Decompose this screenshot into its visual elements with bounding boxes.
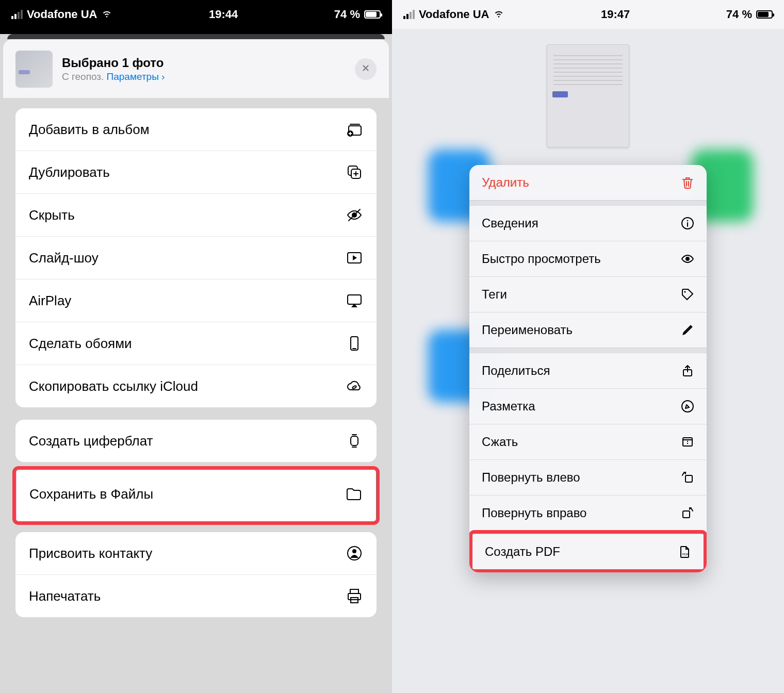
action-hide[interactable]: Скрыть xyxy=(15,193,377,236)
action-save-to-files[interactable]: Сохранить в Файлы xyxy=(16,470,376,521)
action-label: AirPlay xyxy=(29,293,71,309)
airplay-icon xyxy=(346,292,363,309)
hide-icon xyxy=(346,206,363,224)
document-preview[interactable] xyxy=(547,44,629,147)
menu-label: Переименовать xyxy=(482,323,573,337)
menu-label: Удалить xyxy=(482,175,529,190)
menu-label: Создать PDF xyxy=(485,544,560,559)
rotate-left-icon xyxy=(681,471,694,484)
menu-compress[interactable]: Сжать xyxy=(469,424,707,459)
svg-point-18 xyxy=(684,291,685,292)
battery-percent: 74 % xyxy=(726,8,752,21)
carrier-label: Vodafone UA xyxy=(27,8,97,21)
svg-point-17 xyxy=(685,257,690,261)
icloud-link-icon xyxy=(346,377,363,395)
share-actions-group-2: Создать циферблат xyxy=(15,420,377,462)
photo-thumbnail[interactable] xyxy=(15,51,53,88)
menu-label: Сведения xyxy=(482,216,538,230)
action-label: Дублировать xyxy=(29,164,110,180)
action-label: Добавить в альбом xyxy=(29,122,150,138)
trash-icon xyxy=(681,176,694,189)
menu-markup[interactable]: Разметка xyxy=(469,388,707,424)
info-icon xyxy=(681,217,694,230)
menu-label: Поделиться xyxy=(482,364,550,378)
compress-icon xyxy=(681,435,694,449)
close-icon xyxy=(361,63,370,75)
menu-label: Повернуть влево xyxy=(482,470,580,485)
svg-point-11 xyxy=(352,549,356,553)
menu-share[interactable]: Поделиться xyxy=(469,353,707,388)
menu-create-pdf[interactable]: Создать PDF PDF xyxy=(472,534,704,569)
action-label: Скопировать ссылку iCloud xyxy=(29,378,198,394)
share-icon xyxy=(681,364,694,377)
svg-rect-9 xyxy=(351,436,358,446)
watchface-icon xyxy=(346,432,363,450)
duplicate-icon xyxy=(346,163,363,181)
slideshow-icon xyxy=(346,249,363,267)
print-icon xyxy=(346,587,363,605)
status-bar: Vodafone UA 19:47 74 % xyxy=(392,0,784,29)
menu-label: Разметка xyxy=(482,399,535,414)
highlighted-action: Сохранить в Файлы xyxy=(12,466,380,525)
rename-icon xyxy=(681,323,694,337)
wifi-icon xyxy=(101,7,112,22)
action-copy-icloud-link[interactable]: Скопировать ссылку iCloud xyxy=(15,365,377,407)
menu-tags[interactable]: Теги xyxy=(469,276,707,312)
battery-icon xyxy=(756,10,773,19)
menu-label: Быстро просмотреть xyxy=(482,252,601,266)
menu-delete[interactable]: Удалить xyxy=(469,165,707,200)
action-add-to-album[interactable]: Добавить в альбом xyxy=(15,108,377,151)
share-actions-group-1: Добавить в альбом Дублировать Скрыть Сла… xyxy=(15,108,377,407)
markup-icon xyxy=(681,400,694,413)
contact-icon xyxy=(346,544,363,562)
menu-quicklook[interactable]: Быстро просмотреть xyxy=(469,241,707,276)
menu-info[interactable]: Сведения xyxy=(469,205,707,241)
svg-text:PDF: PDF xyxy=(682,553,689,556)
action-assign-contact[interactable]: Присвоить контакту xyxy=(15,532,377,574)
wallpaper-icon xyxy=(346,335,363,352)
share-subtitle: С геопоз. xyxy=(62,71,107,82)
battery-icon xyxy=(364,10,381,19)
signal-icon xyxy=(403,10,415,19)
menu-label: Сжать xyxy=(482,435,518,449)
svg-rect-12 xyxy=(350,589,358,593)
action-label: Сделать обоями xyxy=(29,336,132,352)
battery-percent: 74 % xyxy=(334,8,360,21)
carrier-label: Vodafone UA xyxy=(419,8,489,21)
action-slideshow[interactable]: Слайд-шоу xyxy=(15,236,377,279)
menu-rotate-right[interactable]: Повернуть вправо xyxy=(469,495,707,531)
signal-icon xyxy=(11,10,23,19)
action-print[interactable]: Напечатать xyxy=(15,574,377,617)
share-title: Выбрано 1 фото xyxy=(62,56,346,70)
svg-rect-13 xyxy=(348,593,361,600)
action-label: Напечатать xyxy=(29,588,101,604)
rotate-right-icon xyxy=(681,506,694,520)
menu-label: Повернуть вправо xyxy=(482,506,586,520)
wifi-icon xyxy=(493,7,504,22)
highlighted-menu-item: Создать PDF PDF xyxy=(469,530,707,572)
folder-icon xyxy=(345,485,363,503)
svg-rect-22 xyxy=(685,475,692,482)
action-duplicate[interactable]: Дублировать xyxy=(15,151,377,193)
action-label: Сохранить в Файлы xyxy=(29,486,153,502)
svg-rect-6 xyxy=(348,295,361,304)
share-options-link[interactable]: Параметры › xyxy=(107,71,165,82)
action-airplay[interactable]: AirPlay xyxy=(15,279,377,322)
close-button[interactable] xyxy=(355,58,377,80)
menu-rotate-left[interactable]: Повернуть влево xyxy=(469,459,707,495)
svg-point-16 xyxy=(687,220,689,222)
menu-label: Теги xyxy=(482,287,507,302)
add-album-icon xyxy=(346,121,363,138)
svg-point-8 xyxy=(352,385,357,389)
status-bar: Vodafone UA 19:44 74 % xyxy=(0,0,392,29)
context-menu: Удалить Сведения Быстро просмотреть Теги… xyxy=(469,165,707,572)
menu-rename[interactable]: Переименовать xyxy=(469,312,707,348)
action-create-watchface[interactable]: Создать циферблат xyxy=(15,420,377,462)
action-label: Скрыть xyxy=(29,207,75,223)
action-wallpaper[interactable]: Сделать обоями xyxy=(15,322,377,365)
clock: 19:44 xyxy=(209,8,238,21)
clock: 19:47 xyxy=(601,8,630,21)
share-sheet-header: Выбрано 1 фото С геопоз. Параметры › xyxy=(3,39,389,98)
action-label: Слайд-шоу xyxy=(29,250,99,266)
svg-rect-23 xyxy=(683,511,690,518)
